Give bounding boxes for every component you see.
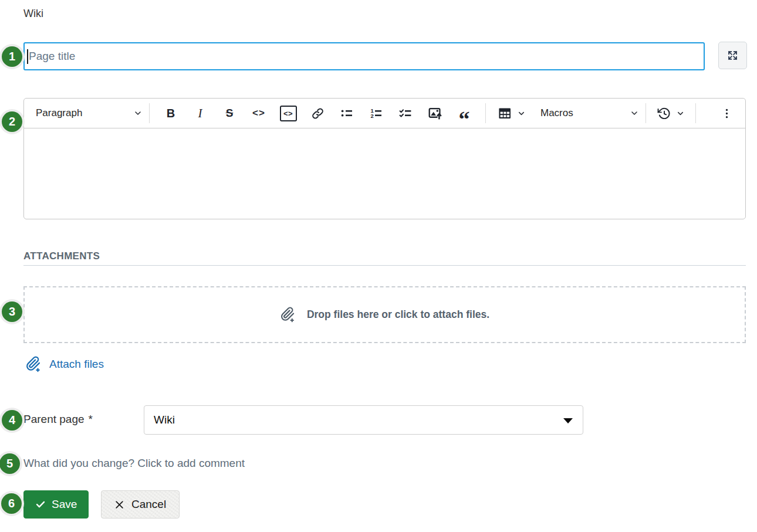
editor-toolbar: Paragraph B I S <> <> — [24, 99, 745, 128]
inline-code-button[interactable]: <> — [244, 102, 273, 124]
annotation-badge-5: 5 — [0, 453, 20, 474]
bold-button[interactable]: B — [156, 102, 185, 124]
macros-label: Macros — [540, 107, 573, 119]
fullscreen-button[interactable] — [718, 42, 747, 69]
svg-text:2: 2 — [371, 113, 374, 119]
cancel-button[interactable]: Cancel — [101, 490, 180, 519]
insert-image-button[interactable] — [420, 102, 450, 124]
toolbar-separator — [485, 103, 486, 123]
select-dropdown-arrow-icon — [563, 418, 573, 423]
parent-page-select[interactable]: Wiki — [144, 405, 583, 435]
toolbar-separator — [646, 103, 646, 123]
code-block-button[interactable]: <> — [273, 102, 303, 124]
inline-code-icon: <> — [252, 107, 265, 119]
file-dropzone[interactable]: Drop files here or click to attach files… — [23, 286, 746, 343]
toolbar-separator — [149, 103, 150, 123]
parent-page-label: Parent page* — [23, 413, 93, 426]
insert-table-dropdown[interactable] — [492, 102, 531, 124]
cancel-button-label: Cancel — [131, 498, 166, 511]
save-button-label: Save — [52, 498, 77, 511]
macros-dropdown[interactable]: Macros — [540, 107, 639, 119]
kebab-menu-icon — [721, 107, 733, 120]
attach-files-label: Attach files — [49, 358, 104, 371]
strikethrough-button[interactable]: S — [215, 102, 244, 124]
image-upload-icon — [428, 106, 442, 121]
attachments-divider — [23, 265, 746, 266]
blockquote-button[interactable]: “ — [450, 102, 479, 124]
italic-button[interactable]: I — [185, 102, 215, 124]
parent-page-label-text: Parent page — [23, 413, 85, 425]
bulleted-list-icon — [340, 106, 354, 120]
chevron-down-icon — [630, 109, 639, 118]
history-icon — [657, 107, 671, 120]
revision-history-dropdown[interactable] — [653, 102, 689, 124]
strikethrough-icon: S — [226, 107, 234, 120]
paperclip-plus-icon — [25, 356, 42, 372]
annotation-badge-6: 6 — [1, 493, 22, 514]
chevron-down-icon — [517, 109, 526, 118]
annotation-badge-2: 2 — [2, 111, 22, 132]
fullscreen-expand-icon — [726, 49, 739, 62]
bold-icon: B — [167, 107, 175, 120]
toolbar-overflow-menu[interactable] — [716, 102, 737, 124]
italic-icon: I — [198, 106, 202, 121]
bulleted-list-button[interactable] — [332, 102, 361, 124]
text-caret — [27, 49, 28, 64]
save-button[interactable]: Save — [23, 490, 89, 519]
paragraph-style-dropdown[interactable]: Paragraph — [36, 107, 143, 119]
page-title-input[interactable] — [23, 42, 705, 70]
todo-list-icon — [398, 106, 413, 120]
annotation-badge-4: 4 — [2, 410, 22, 431]
link-button[interactable] — [303, 102, 332, 124]
context-label-wiki: Wiki — [23, 8, 43, 20]
close-icon — [114, 500, 124, 510]
table-icon — [498, 106, 512, 120]
editor-content-area[interactable] — [24, 128, 745, 219]
parent-page-selected-value: Wiki — [154, 414, 175, 426]
numbered-list-button[interactable]: 1 2 — [361, 102, 391, 124]
change-comment-field[interactable]: What did you change? Click to add commen… — [23, 457, 245, 470]
chevron-down-icon — [133, 109, 143, 118]
required-indicator: * — [89, 413, 93, 425]
annotation-badge-1: 1 — [2, 46, 22, 67]
toolbar-separator — [695, 103, 696, 123]
todo-list-button[interactable] — [391, 102, 420, 124]
dropzone-text: Drop files here or click to attach files… — [307, 309, 489, 321]
annotation-badge-3: 3 — [2, 301, 22, 322]
code-block-icon: <> — [280, 106, 297, 121]
link-icon — [311, 107, 325, 120]
rich-text-editor: Paragraph B I S <> <> — [23, 98, 746, 219]
paperclip-plus-icon — [280, 307, 296, 323]
attachments-section-title: ATTACHMENTS — [23, 250, 100, 262]
numbered-list-icon: 1 2 — [369, 106, 383, 120]
paragraph-style-label: Paragraph — [36, 107, 82, 119]
attach-files-link[interactable]: Attach files — [25, 356, 104, 372]
check-icon — [35, 499, 46, 510]
chevron-down-icon — [676, 109, 685, 118]
